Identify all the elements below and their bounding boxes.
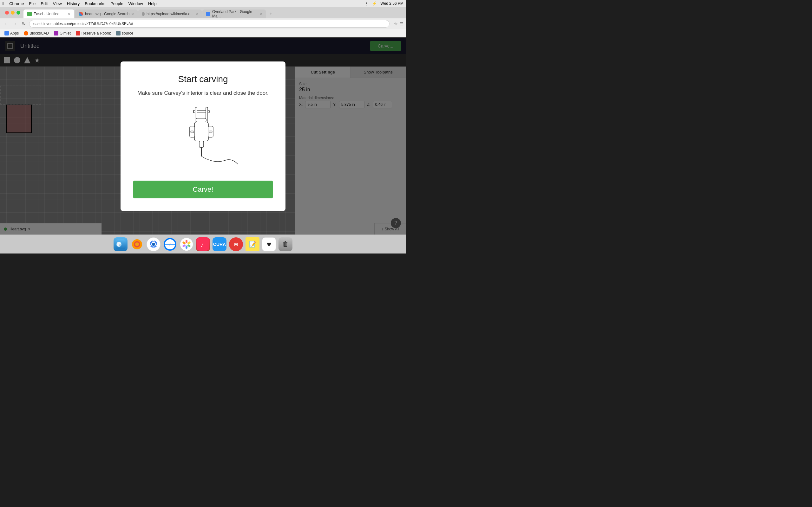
clock: Wed 2:56 PM — [380, 1, 403, 6]
svg-point-19 — [135, 242, 139, 246]
svg-rect-5 — [196, 118, 206, 122]
tab-google[interactable]: heart svg - Google Search ✕ — [75, 9, 138, 18]
dock-safari[interactable] — [163, 237, 177, 251]
tab-close-wiki[interactable]: ✕ — [195, 12, 198, 16]
svg-rect-11 — [191, 131, 194, 133]
bookmark-source[interactable]: source — [114, 31, 135, 36]
edit-menu[interactable]: Edit — [41, 1, 48, 6]
tab-maps[interactable]: Overland Park - Google Ma... ✕ — [202, 9, 266, 18]
dock: ☺ ♪ CURA M 📝 ♥ 🗑 — [0, 234, 406, 253]
reserve-bookmark-icon — [76, 31, 80, 36]
dock-makerbot[interactable]: M — [229, 237, 243, 251]
url-text: easel.inventables.com/projects/zTZdUklDJ… — [33, 21, 133, 26]
bookmark-apps[interactable]: Apps — [3, 31, 20, 36]
url-bar-row: ← → ↻ easel.inventables.com/projects/zTZ… — [0, 18, 406, 29]
tab-favicon-google — [79, 12, 83, 16]
modal-title: Start carving — [178, 74, 228, 84]
file-menu[interactable]: File — [29, 1, 36, 6]
dock-cura[interactable]: CURA — [212, 237, 226, 251]
bookmark-gimlet[interactable]: Gimlet — [52, 31, 72, 36]
tab-label-google: heart svg - Google Search — [85, 12, 130, 16]
gimlet-bookmark-icon — [54, 31, 58, 36]
dock-photos[interactable] — [180, 237, 194, 251]
forward-button[interactable]: → — [11, 20, 18, 27]
modal-subtitle: Make sure Carvey's interior is clear and… — [137, 89, 268, 97]
reserve-bookmark-label: Reserve a Room: — [82, 31, 111, 36]
blockscad-bookmark-label: BlocksCAD — [30, 31, 49, 36]
dock-music[interactable]: ♪ — [196, 237, 210, 251]
start-carving-modal: Start carving Make sure Carvey's interio… — [120, 61, 286, 211]
new-tab-button[interactable]: + — [266, 9, 275, 18]
tab-favicon-wiki — [142, 12, 145, 16]
maximize-window-button[interactable] — [16, 11, 20, 14]
dock-heart-app[interactable]: ♥ — [262, 237, 276, 251]
minimize-window-button[interactable] — [11, 11, 14, 14]
svg-text:♪: ♪ — [200, 241, 204, 248]
tab-label-easel: Easel - Untitled — [34, 12, 59, 16]
modal-overlay: Start carving Make sure Carvey's interio… — [0, 38, 406, 234]
menu-right: ⋮ ⚡ Wed 2:56 PM — [364, 1, 403, 6]
tab-label-maps: Overland Park - Google Ma... — [212, 9, 258, 18]
svg-point-23 — [152, 243, 155, 246]
tab-wiki[interactable]: https://upload.wikimedia.o... ✕ — [138, 9, 202, 18]
source-bookmark-icon — [116, 31, 120, 36]
window-controls — [3, 7, 23, 18]
tab-favicon-easel — [27, 12, 32, 16]
apps-bookmark-icon — [4, 31, 9, 36]
svg-rect-34 — [186, 245, 188, 249]
dock-stickies[interactable]: 📝 — [246, 237, 259, 251]
tab-bar: Easel - Untitled ✕ heart svg - Google Se… — [0, 7, 406, 18]
menu-bar:  Chrome File Edit View History Bookmark… — [0, 0, 406, 7]
help-menu[interactable]: Help — [148, 1, 157, 6]
people-menu[interactable]: People — [110, 1, 123, 6]
dock-chrome[interactable] — [147, 237, 160, 251]
wifi-icon: ⋮ — [364, 1, 368, 6]
app-area: Untitled Carve... ★ 2 — [0, 38, 406, 253]
browser-chrome:  Chrome File Edit View History Bookmark… — [0, 0, 406, 38]
bookmark-blockscad[interactable]: BlocksCAD — [22, 31, 51, 36]
svg-rect-12 — [209, 131, 212, 133]
bookmark-reserve[interactable]: Reserve a Room: — [74, 31, 113, 36]
window-menu[interactable]: Window — [129, 1, 143, 6]
dock-finder[interactable]: ☺ — [113, 237, 128, 251]
tab-easel[interactable]: Easel - Untitled ✕ — [23, 9, 74, 18]
bookmarks-bar: Apps BlocksCAD Gimlet Reserve a Room: so… — [0, 29, 406, 38]
tab-close-maps[interactable]: ✕ — [259, 12, 262, 16]
tab-close-google[interactable]: ✕ — [131, 12, 134, 16]
chrome-menu[interactable]: Chrome — [9, 1, 24, 6]
svg-rect-6 — [194, 122, 208, 141]
view-menu[interactable]: View — [53, 1, 62, 6]
svg-text:☺: ☺ — [118, 243, 121, 246]
carvey-illustration — [162, 107, 244, 170]
gimlet-bookmark-label: Gimlet — [60, 31, 71, 36]
apple-menu[interactable]:  — [3, 1, 4, 6]
url-icons: ☆ ☰ — [394, 21, 403, 26]
dock-trash[interactable]: 🗑 — [278, 237, 293, 251]
apps-bookmark-label: Apps — [10, 31, 19, 36]
close-window-button[interactable] — [5, 11, 9, 14]
dock-firefox[interactable] — [130, 237, 144, 251]
extensions-icon[interactable]: ☰ — [400, 21, 403, 26]
bookmarks-menu[interactable]: Bookmarks — [85, 1, 105, 6]
svg-rect-31 — [186, 240, 188, 243]
back-button[interactable]: ← — [3, 20, 9, 27]
carve-confirm-button[interactable]: Carve! — [133, 181, 273, 199]
source-bookmark-label: source — [122, 31, 133, 36]
url-input[interactable]: easel.inventables.com/projects/zTZdUklDJ… — [29, 20, 390, 27]
battery-icon: ⚡ — [372, 1, 377, 6]
history-menu[interactable]: History — [67, 1, 80, 6]
reload-button[interactable]: ↻ — [20, 20, 27, 27]
svg-rect-9 — [199, 141, 204, 147]
tab-label-wiki: https://upload.wikimedia.o... — [147, 12, 194, 16]
blockscad-bookmark-icon — [24, 31, 28, 36]
tab-favicon-maps — [206, 12, 210, 16]
bookmark-star-icon[interactable]: ☆ — [394, 21, 398, 26]
tab-close-easel[interactable]: ✕ — [68, 12, 70, 16]
